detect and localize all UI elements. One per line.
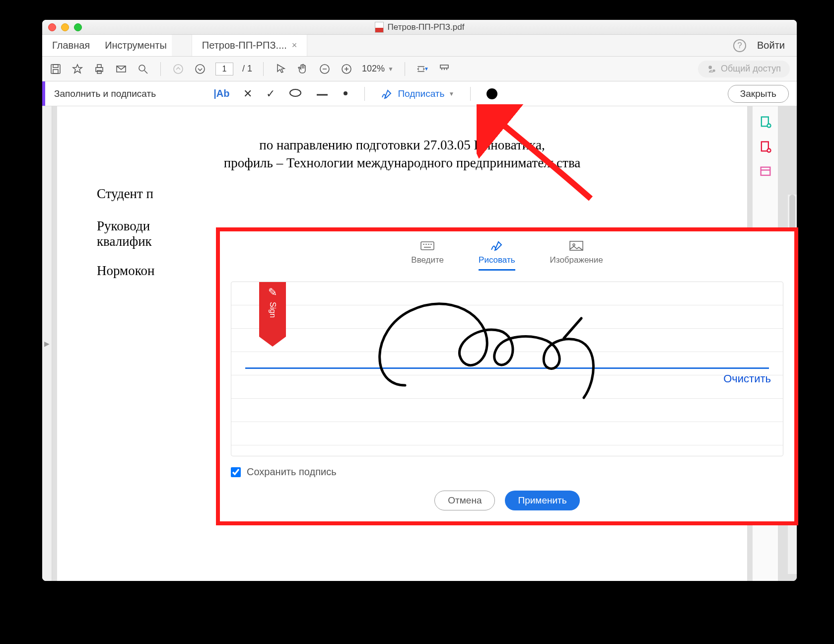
check-tool[interactable]: ✓ <box>266 87 275 100</box>
text-tool[interactable]: |Ab <box>213 88 229 99</box>
svg-line-8 <box>144 71 147 73</box>
svg-rect-1 <box>53 65 58 68</box>
tab-tools[interactable]: Инструменты <box>95 35 172 56</box>
sign-bookmark: ✎ Sign <box>259 282 286 337</box>
signature-tab-draw[interactable]: Рисовать <box>479 239 515 271</box>
signature-dialog: Введите Рисовать Изображение ✎ Sign Очис… <box>216 227 798 525</box>
main-toolbar: / 1 102% ▼ ▼ Общий доступ <box>42 57 797 81</box>
zoom-in-icon[interactable] <box>340 63 353 75</box>
left-panel-toggle[interactable]: ▶ <box>42 106 52 581</box>
svg-rect-29 <box>761 167 770 175</box>
page-display-icon[interactable] <box>438 63 451 75</box>
save-signature-checkbox[interactable] <box>231 467 241 477</box>
signature-canvas[interactable]: ✎ Sign Очистить <box>231 282 783 456</box>
help-icon[interactable]: ? <box>733 39 746 52</box>
line-tool[interactable] <box>316 90 329 98</box>
svg-point-22 <box>290 89 301 96</box>
svg-point-20 <box>708 66 712 69</box>
share-button[interactable]: Общий доступ <box>698 61 790 77</box>
circle-tool[interactable] <box>289 88 302 99</box>
tabs-row: Главная Инструменты Петров-ПП-РПЗ.... × … <box>42 35 797 57</box>
window-title: Петров-ПП-РПЗ.pdf <box>388 22 465 32</box>
sign-bookmark-label: Sign <box>268 302 277 318</box>
signature-tab-type[interactable]: Введите <box>411 239 444 271</box>
svg-point-24 <box>344 91 348 95</box>
svg-rect-31 <box>421 242 434 250</box>
svg-rect-16 <box>440 65 448 68</box>
window-maximize-button[interactable] <box>74 23 82 31</box>
print-icon[interactable] <box>93 63 106 75</box>
zoom-value: 102% <box>362 64 385 74</box>
signature-tab-draw-label: Рисовать <box>479 255 515 265</box>
svg-point-38 <box>573 244 575 246</box>
signature-tabs: Введите Рисовать Изображение <box>231 239 783 271</box>
cancel-button[interactable]: Отмена <box>434 491 495 510</box>
doc-line-1: по направлению подготовки 27.03.05 Иннов… <box>259 138 545 152</box>
pdf-file-icon <box>375 22 384 33</box>
svg-point-7 <box>139 65 145 71</box>
zoom-out-icon[interactable] <box>318 63 331 75</box>
hand-icon[interactable] <box>296 63 309 75</box>
svg-rect-0 <box>51 65 60 73</box>
close-tool-button[interactable]: Закрыть <box>728 85 789 103</box>
doc-p1: Студент п <box>97 186 707 202</box>
tab-document-label: Петров-ПП-РПЗ.... <box>202 40 287 51</box>
caret-down-icon: ▼ <box>388 66 394 72</box>
tab-home[interactable]: Главная <box>42 35 95 56</box>
edit-pdf-icon[interactable] <box>759 165 772 179</box>
search-icon[interactable] <box>137 63 149 75</box>
clear-signature-link[interactable]: Очистить <box>723 372 771 385</box>
caret-down-icon: ▼ <box>448 90 454 97</box>
export-pdf-icon[interactable] <box>759 115 772 129</box>
signature-tab-type-label: Введите <box>411 255 444 265</box>
fill-sign-title: Заполнить и подписать <box>54 88 156 99</box>
svg-point-9 <box>174 65 183 73</box>
selection-arrow-icon[interactable] <box>275 63 287 75</box>
create-pdf-icon[interactable] <box>759 140 772 154</box>
titlebar: Петров-ПП-РПЗ.pdf <box>42 20 797 35</box>
window-close-button[interactable] <box>48 23 56 31</box>
doc-p2b: квалифик <box>97 234 152 249</box>
zoom-dropdown[interactable]: 102% ▼ <box>362 64 394 74</box>
apply-button[interactable]: Применить <box>505 491 579 510</box>
signature-tab-image[interactable]: Изображение <box>550 239 603 271</box>
fill-sign-toolbar: Заполнить и подписать |Ab ✕ ✓ Подписать … <box>42 81 797 106</box>
svg-rect-5 <box>97 71 101 73</box>
save-icon[interactable] <box>49 63 62 75</box>
window-minimize-button[interactable] <box>61 23 69 31</box>
doc-line-2: профиль – Технологии международного пред… <box>224 155 581 170</box>
svg-rect-3 <box>96 68 103 72</box>
sign-label: Подписать <box>398 88 444 99</box>
doc-p2a: Руководи <box>97 218 150 233</box>
tab-document[interactable]: Петров-ПП-РПЗ.... × <box>192 35 307 56</box>
dot-tool[interactable] <box>343 90 348 98</box>
login-link[interactable]: Войти <box>757 40 785 51</box>
window-controls <box>42 23 82 31</box>
share-label: Общий доступ <box>721 64 781 74</box>
svg-rect-2 <box>53 70 58 73</box>
page-total: / 1 <box>242 64 252 74</box>
star-icon[interactable] <box>71 63 84 75</box>
page-down-icon[interactable] <box>194 63 207 75</box>
signature-drawing <box>350 286 628 400</box>
tab-close-icon[interactable]: × <box>292 40 297 51</box>
page-number-input[interactable] <box>215 63 233 75</box>
x-mark-tool[interactable]: ✕ <box>243 87 252 100</box>
mail-icon[interactable] <box>115 63 128 75</box>
svg-point-10 <box>196 65 205 73</box>
page-up-icon[interactable] <box>172 63 185 75</box>
svg-rect-4 <box>97 65 101 68</box>
color-picker[interactable] <box>486 88 497 99</box>
fit-width-icon[interactable]: ▼ <box>416 63 429 75</box>
adobe-logo-icon: ✎ <box>268 286 277 299</box>
save-signature-label: Сохранить подпись <box>247 466 337 478</box>
sign-button[interactable]: Подписать ▼ <box>381 88 454 99</box>
signature-tab-image-label: Изображение <box>550 255 603 265</box>
